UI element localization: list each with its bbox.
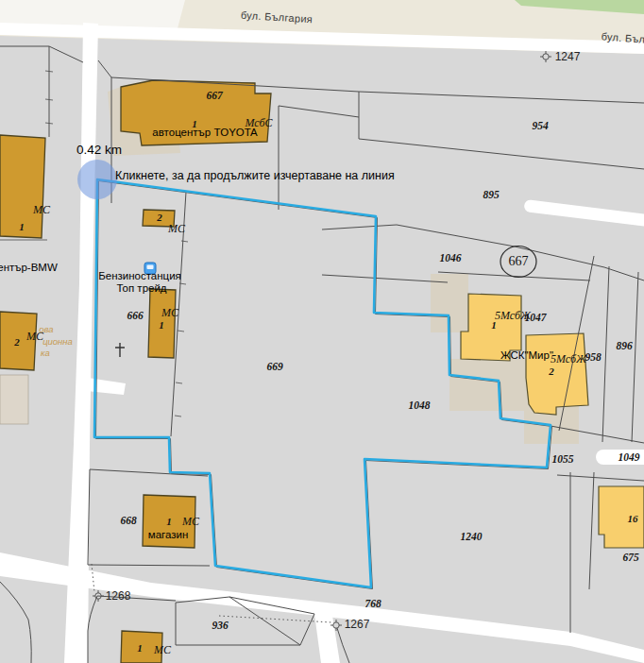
street-fragment: ова [39,324,53,334]
building-number: 1 [159,319,164,331]
building-number-16: 16 [628,513,638,524]
parcel-label-666: 666 [127,310,143,321]
parcel-label-896: 896 [616,340,632,351]
draw-tooltip: Кликнете, за да продължите изчертаване н… [115,169,395,182]
parcel-label-1055: 1055 [552,453,574,465]
building-number: 2 [14,336,20,348]
parcel-label-669: 669 [266,361,282,372]
point-label-1268: 1268 [106,589,131,603]
tan-building [0,375,28,424]
building-type-label: МС [161,306,178,320]
building-name-bmw: ентър-BMW [0,262,58,273]
building-type-label: 5МсбЖ [551,352,586,366]
parcel-label-958: 958 [585,351,601,363]
parcel-label-936: 936 [212,620,228,631]
parcel-label-895: 895 [483,189,499,200]
building-name-jsk-mir: ЖСК"Мир" [500,349,553,361]
road-badge-667-text: 667 [509,254,529,269]
building-number: 2 [157,212,162,223]
parcel-label-1049: 1049 [619,451,640,463]
building-type-label: МС [154,643,171,657]
building-number: 2 [549,366,554,377]
poi-label-fuel-station-line2: Топ трейд [116,282,166,294]
measure-distance-label: 0.42 km [76,143,122,157]
building-number: 1 [491,319,497,331]
building-name-toyota: автоцентър TOYOTA [152,127,257,138]
building-number: 1 [137,642,143,654]
parcel-label-1047: 1047 [525,312,547,323]
parcel-label-675: 675 [622,552,638,563]
measure-handle[interactable] [77,160,117,199]
parcel-label-768: 768 [364,598,381,609]
parcel-label-1240: 1240 [461,531,483,542]
poi-label-fuel-station-line1: Бензиностанция [98,270,181,281]
parcel-label-954: 954 [532,120,548,131]
building-jsk-mir-2 [526,333,588,415]
building-number: 1 [19,221,25,232]
parcel-label-667: 667 [206,90,222,101]
building-name-magazin: магазин [148,529,189,540]
map-vector-layer [0,0,644,663]
street-fragment: ка [41,348,50,358]
building-type-label: МС [182,515,199,529]
parcel-label-1046: 1046 [440,252,462,264]
point-label-1267: 1267 [345,618,370,631]
point-label-1247: 1247 [555,50,581,63]
map-canvas[interactable]: бул. Българиябул. Бъл1247667954895МсбС1а… [0,0,644,663]
parcel-label-668: 668 [120,515,136,526]
building-type-label: МС [33,203,50,217]
street-fragment: ционна [42,336,73,347]
building-type-label: МС [168,222,185,236]
building-number: 1 [166,516,172,527]
parcel-label-1048: 1048 [409,400,431,411]
